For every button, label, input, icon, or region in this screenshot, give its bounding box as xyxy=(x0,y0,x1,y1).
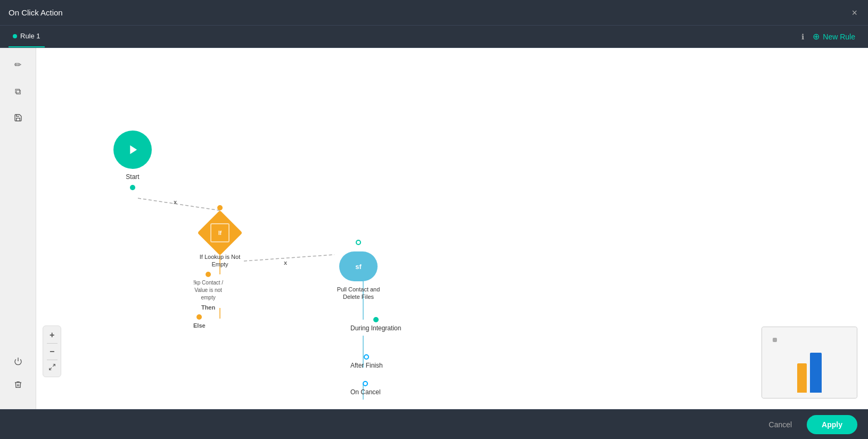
mini-bar-1 xyxy=(797,363,807,393)
modal-title: On Click Action xyxy=(9,8,63,17)
cancel-button[interactable]: Cancel xyxy=(760,416,801,433)
if-description: If Lookup is Not Empty xyxy=(193,253,247,269)
fit-icon[interactable] xyxy=(47,362,57,373)
zoom-in-button[interactable]: + xyxy=(46,329,58,341)
mini-preview xyxy=(761,327,857,399)
bottom-bar: Cancel Apply xyxy=(0,409,868,439)
sf-node[interactable]: sf Pull Contact and Delete Files xyxy=(332,240,385,301)
tab-dot xyxy=(13,34,17,38)
sf-description: Pull Contact and Delete Files xyxy=(332,286,385,301)
if-dot-top xyxy=(217,205,223,210)
zoom-controls: + − xyxy=(43,326,61,377)
sidebar-top: ✏ ⧉ xyxy=(11,56,26,343)
delete-icon[interactable] xyxy=(11,377,26,392)
sf-label: sf xyxy=(355,263,362,271)
sidebar-bottom xyxy=(11,354,26,401)
start-node[interactable]: Start xyxy=(113,131,152,190)
after-label: After Finish xyxy=(350,362,383,369)
on-cancel-item: On Cancel xyxy=(350,381,381,396)
during-dot xyxy=(373,317,379,322)
svg-line-10 xyxy=(49,368,51,370)
tab-rule1-label: Rule 1 xyxy=(20,32,40,40)
zoom-separator-2 xyxy=(47,360,58,360)
x-marker-2: x xyxy=(284,259,287,266)
main-content: ✏ ⧉ xyxy=(0,48,868,409)
modal: On Click Action × Rule 1 ℹ ⊕ New Rule ✏ … xyxy=(0,0,868,439)
save-icon[interactable] xyxy=(11,110,26,125)
during-integration-item: During Integration xyxy=(350,317,401,332)
edit-icon[interactable]: ✏ xyxy=(11,56,24,73)
sf-cloud[interactable]: sf xyxy=(339,251,378,281)
plus-circle-icon: ⊕ xyxy=(813,31,820,42)
mini-bar-2 xyxy=(810,353,822,393)
then-condition-label: !kp Contact /Value is notempty xyxy=(193,279,223,302)
apply-button[interactable]: Apply xyxy=(807,415,857,434)
during-label: During Integration xyxy=(350,324,401,332)
canvas-area[interactable]: x x Start If xyxy=(36,48,868,409)
sf-dot-top xyxy=(356,240,361,245)
zoom-out-button[interactable]: − xyxy=(46,346,58,357)
after-dot xyxy=(364,354,369,360)
svg-marker-8 xyxy=(130,145,137,154)
mini-preview-dot xyxy=(773,338,777,342)
x-marker-1: x xyxy=(174,199,177,205)
connector-svg xyxy=(36,48,868,409)
sidebar: ✏ ⧉ xyxy=(0,48,36,409)
mini-preview-inner xyxy=(762,327,857,398)
tabs-left: Rule 1 xyxy=(9,26,45,47)
svg-line-9 xyxy=(53,364,55,367)
new-rule-label: New Rule xyxy=(823,32,855,41)
copy-icon[interactable]: ⧉ xyxy=(12,84,24,100)
tab-rule1[interactable]: Rule 1 xyxy=(9,26,45,47)
new-rule-button[interactable]: ⊕ New Rule xyxy=(808,29,859,44)
if-node[interactable]: If If Lookup is Not Empty xyxy=(193,205,247,269)
zoom-separator xyxy=(47,343,58,344)
modal-header: On Click Action × xyxy=(0,0,868,26)
close-button[interactable]: × xyxy=(849,6,859,20)
if-diamond[interactable]: If xyxy=(198,210,243,256)
svg-line-2 xyxy=(244,255,334,261)
if-label-text: If xyxy=(218,230,222,236)
else-dot xyxy=(196,314,202,320)
if-branch-then: !kp Contact /Value is notempty Then xyxy=(193,272,223,312)
start-circle[interactable] xyxy=(113,131,152,169)
on-cancel-label: On Cancel xyxy=(350,388,381,396)
tab-bar: Rule 1 ℹ ⊕ New Rule xyxy=(0,26,868,48)
start-dot xyxy=(130,185,135,190)
else-label: Else xyxy=(193,322,206,330)
cancel-dot xyxy=(363,381,368,386)
info-icon[interactable]: ℹ xyxy=(801,32,804,41)
then-dot xyxy=(206,272,211,277)
then-label: Then xyxy=(201,304,215,312)
after-finish-item: After Finish xyxy=(350,354,383,369)
if-branch-else: Else xyxy=(193,314,206,330)
power-icon[interactable] xyxy=(11,354,26,369)
start-label: Start xyxy=(126,173,139,181)
tabs-right: ℹ ⊕ New Rule xyxy=(801,29,859,44)
